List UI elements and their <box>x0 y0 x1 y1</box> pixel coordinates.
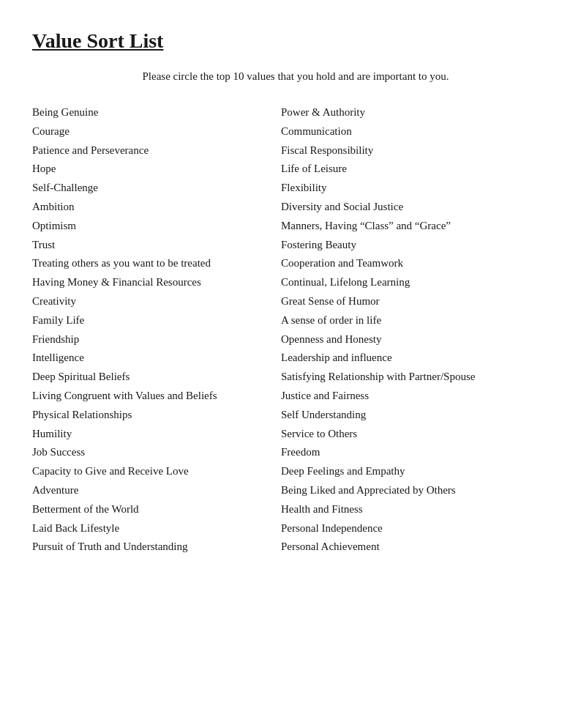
list-item: Trust <box>32 236 281 255</box>
list-item: Betterment of the World <box>32 500 281 519</box>
list-item: Creativity <box>32 292 281 311</box>
list-item: Life of Leisure <box>281 160 530 179</box>
list-item: Self Understanding <box>281 406 530 425</box>
list-item: Manners, Having “Class” and “Grace” <box>281 217 530 236</box>
value-columns: Being GenuineCouragePatience and Perseve… <box>32 103 530 557</box>
list-item: Physical Relationships <box>32 406 281 425</box>
list-item: Laid Back Lifestyle <box>32 519 281 538</box>
list-item: Personal Achievement <box>281 538 530 557</box>
list-item: Fostering Beauty <box>281 236 530 255</box>
list-item: Family Life <box>32 311 281 330</box>
list-item: Humility <box>32 425 281 444</box>
list-item: Freedom <box>281 443 530 462</box>
list-item: Having Money & Financial Resources <box>32 273 281 292</box>
list-item: Optimism <box>32 217 281 236</box>
list-item: Hope <box>32 160 281 179</box>
list-item: Diversity and Social Justice <box>281 198 530 217</box>
list-item: Justice and Fairness <box>281 387 530 406</box>
list-item: Flexibility <box>281 179 530 198</box>
list-item: Fiscal Responsibility <box>281 141 530 160</box>
list-item: Health and Fitness <box>281 500 530 519</box>
list-item: A sense of order in life <box>281 311 530 330</box>
list-item: Courage <box>32 122 281 141</box>
list-item: Intelligence <box>32 349 281 368</box>
list-item: Deep Spiritual Beliefs <box>32 368 281 387</box>
list-item: Power & Authority <box>281 103 530 122</box>
list-item: Satisfying Relationship with Partner/Spo… <box>281 368 530 387</box>
list-item: Patience and Perseverance <box>32 141 281 160</box>
list-item: Deep Feelings and Empathy <box>281 462 530 481</box>
list-item: Openness and Honesty <box>281 330 530 349</box>
list-item: Self-Challenge <box>32 179 281 198</box>
list-item: Being Liked and Appreciated by Others <box>281 481 530 500</box>
left-column: Being GenuineCouragePatience and Perseve… <box>32 103 281 557</box>
page-title: Value Sort List <box>32 29 530 53</box>
list-item: Communication <box>281 122 530 141</box>
subtitle-text: Please circle the top 10 values that you… <box>32 70 530 83</box>
list-item: Cooperation and Teamwork <box>281 254 530 273</box>
list-item: Service to Others <box>281 425 530 444</box>
list-item: Adventure <box>32 481 281 500</box>
list-item: Great Sense of Humor <box>281 292 530 311</box>
list-item: Ambition <box>32 198 281 217</box>
right-column: Power & AuthorityCommunicationFiscal Res… <box>281 103 530 557</box>
list-item: Capacity to Give and Receive Love <box>32 462 281 481</box>
list-item: Living Congruent with Values and Beliefs <box>32 387 281 406</box>
list-item: Job Success <box>32 443 281 462</box>
list-item: Being Genuine <box>32 103 281 122</box>
list-item: Continual, Lifelong Learning <box>281 273 530 292</box>
list-item: Leadership and influence <box>281 349 530 368</box>
list-item: Pursuit of Truth and Understanding <box>32 538 281 557</box>
list-item: Personal Independence <box>281 519 530 538</box>
list-item: Friendship <box>32 330 281 349</box>
list-item: Treating others as you want to be treate… <box>32 254 281 273</box>
